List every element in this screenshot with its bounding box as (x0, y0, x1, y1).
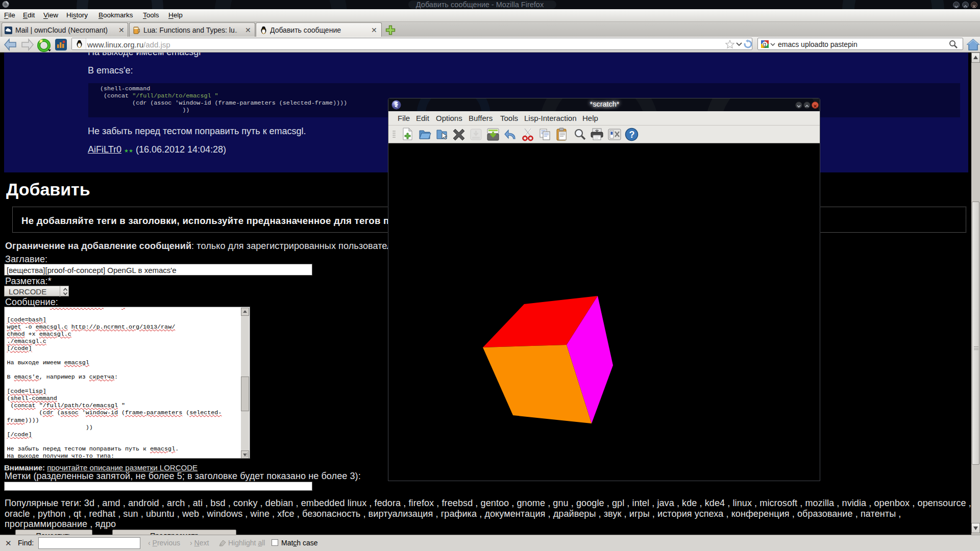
svg-text:?: ? (629, 130, 635, 140)
svg-text:g: g (763, 41, 767, 48)
